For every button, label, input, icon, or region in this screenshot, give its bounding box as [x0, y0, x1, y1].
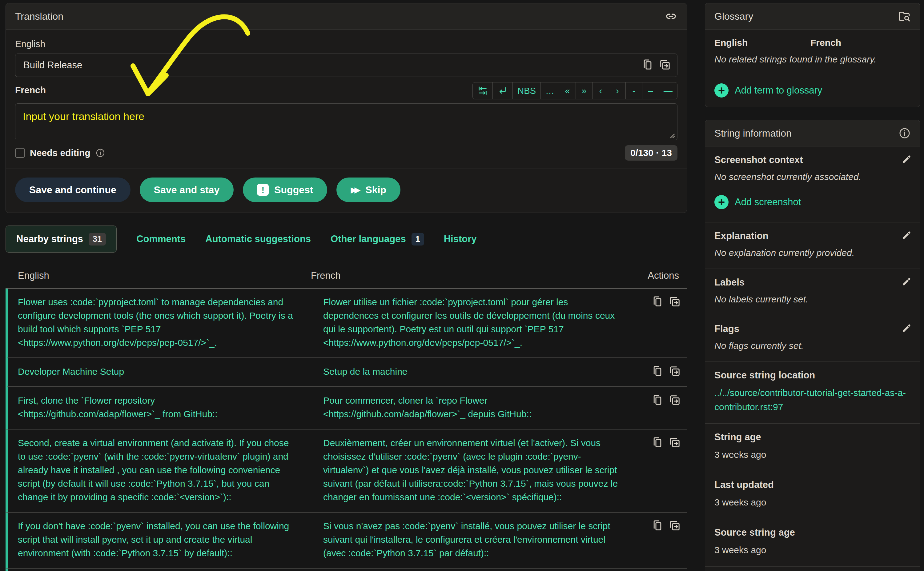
source-string-cell: If you don't have :code:`pyenv` installe… [18, 519, 323, 560]
add-screenshot-button[interactable]: +Add screenshot [714, 195, 911, 209]
row-actions [634, 519, 687, 560]
insert-tab-button[interactable] [473, 82, 493, 99]
section-title: Labels [714, 277, 911, 288]
return-icon [498, 85, 508, 96]
tab-character-icon [477, 85, 488, 96]
nearby-string-row[interactable]: Developer Machine SetupSetup de la machi… [6, 358, 687, 387]
nearby-string-row[interactable]: First, clone the `Flower repository <htt… [6, 387, 687, 429]
copy-icon[interactable] [641, 59, 654, 71]
info-icon[interactable] [96, 148, 105, 158]
copy-icon[interactable] [651, 394, 664, 406]
insert-char-button[interactable]: - [626, 82, 642, 99]
add-term-label: Add term to glossary [735, 85, 822, 96]
tab-count-badge: 31 [89, 233, 106, 245]
translation-panel-title: Translation [15, 11, 63, 22]
insert-char-button[interactable]: – [642, 82, 659, 99]
tab-automatic-suggestions[interactable]: Automatic suggestions [205, 233, 311, 245]
translation-textarea[interactable]: Input your translation here [15, 103, 677, 140]
tab-other-languages[interactable]: Other languages1 [331, 233, 424, 245]
string-info-explanation: Explanation No explanation currently pro… [705, 222, 920, 269]
copy-to-translation-icon[interactable] [669, 394, 681, 406]
edit-explanation-button[interactable] [901, 230, 912, 242]
nearby-string-row[interactable]: Flower uses :code:`pyproject.toml` to ma… [6, 289, 687, 358]
character-counter: 0/130 · 13 [625, 145, 677, 160]
copy-icon[interactable] [651, 436, 664, 449]
glossary-source-header: English [714, 37, 810, 48]
copy-icon[interactable] [651, 519, 664, 532]
section-title: Last updated [714, 479, 911, 491]
insert-char-button[interactable]: « [559, 82, 576, 99]
tab-label: Comments [136, 233, 185, 245]
action-buttons: Save and continueSave and stay!Suggest▶▶… [6, 168, 687, 213]
target-language-label: French [15, 85, 46, 96]
source-string-value: Build Release [23, 60, 82, 71]
copy-to-translation-icon[interactable] [669, 295, 681, 308]
table-header: English French Actions [6, 266, 687, 289]
insert-char-button[interactable]: ‹ [592, 82, 609, 99]
needs-editing-label: Needs editing [30, 148, 91, 158]
row-actions [634, 295, 687, 349]
edit-screenshot-context-button[interactable] [901, 154, 912, 166]
glossary-title: Glossary [714, 11, 753, 22]
tab-label: Automatic suggestions [205, 233, 311, 245]
tab-count-badge: 1 [411, 233, 424, 245]
string-info-header: String information [705, 120, 920, 147]
string-info-labels: Labels No labels currently set. [705, 269, 920, 315]
needs-editing-row: Needs editing 0/130 · 13 [15, 145, 677, 168]
row-actions [634, 394, 687, 421]
nearby-string-row[interactable]: Third, install the Flower package in dev… [6, 568, 687, 571]
copy-to-translation-icon[interactable] [669, 365, 681, 377]
edit-flags-button[interactable] [901, 323, 912, 335]
section-note: No explanation currently provided. [714, 247, 911, 259]
tab-nearby-strings[interactable]: Nearby strings31 [6, 225, 117, 253]
source-string-field[interactable]: Build Release [15, 54, 677, 77]
column-header-actions: Actions [627, 270, 687, 281]
insert-char-button[interactable]: › [609, 82, 626, 99]
info-icon[interactable] [898, 127, 911, 139]
glossary-target-header: French [810, 37, 841, 48]
skip-button[interactable]: ▶▶Skip [337, 177, 400, 202]
insert-char-button[interactable]: » [576, 82, 592, 99]
copy-icon[interactable] [651, 365, 664, 377]
source-string-cell: Second, create a virtual environment (an… [18, 436, 323, 504]
string-info-flags: Flags No flags currently set. [705, 315, 920, 362]
insert-char-button[interactable]: NBS [513, 82, 541, 99]
section-value: 3 weeks ago [714, 495, 911, 509]
save-and-continue-button[interactable]: Save and continue [15, 177, 130, 202]
insert-char-button[interactable]: — [659, 82, 677, 99]
column-header-source: English [18, 270, 311, 281]
tab-label: Nearby strings [16, 233, 83, 245]
browse-glossary-icon[interactable] [898, 10, 911, 23]
copy-to-translation-icon[interactable] [669, 436, 681, 449]
translated-string-cell: Setup de la machine [323, 365, 634, 378]
edit-labels-button[interactable] [901, 276, 912, 289]
insert-newline-button[interactable] [493, 82, 513, 99]
needs-editing-checkbox[interactable] [15, 148, 25, 158]
nearby-rows: Flower uses :code:`pyproject.toml` to ma… [6, 289, 687, 571]
insert-char-button[interactable]: … [541, 82, 559, 99]
source-string-cell: Flower uses :code:`pyproject.toml` to ma… [18, 295, 323, 349]
glossary-column-headers: English French [705, 29, 920, 50]
copy-to-translation-icon[interactable] [659, 59, 671, 71]
edit-pencil-icon [901, 323, 912, 334]
nearby-string-row[interactable]: If you don't have :code:`pyenv` installe… [6, 512, 687, 568]
string-info-screenshot-context: Screenshot context No screenshot current… [705, 147, 920, 222]
permalink-icon[interactable] [664, 10, 677, 23]
add-term-to-glossary-button[interactable]: + Add term to glossary [705, 74, 920, 107]
copy-icon[interactable] [651, 295, 664, 308]
tab-comments[interactable]: Comments [136, 233, 185, 245]
source-string-location-link[interactable]: ../../source/contributor-tutorial-get-st… [714, 387, 906, 412]
save-and-stay-button[interactable]: Save and stay [140, 177, 233, 202]
copy-to-translation-icon[interactable] [669, 519, 681, 532]
section-value: 3 weeks ago [714, 448, 911, 462]
resize-handle[interactable] [667, 130, 676, 139]
sidebar: Glossary English French No related strin… [705, 3, 920, 571]
nearby-string-row[interactable]: Second, create a virtual environment (an… [6, 429, 687, 512]
plus-icon: + [714, 195, 729, 209]
section-title: Source string location [714, 370, 911, 381]
tab-label: History [444, 233, 477, 245]
tab-history[interactable]: History [444, 233, 477, 245]
string-info-source-string-location: Source string location../../source/contr… [705, 362, 920, 424]
suggest-button[interactable]: !Suggest [243, 177, 327, 202]
button-label: Save and continue [29, 184, 116, 196]
